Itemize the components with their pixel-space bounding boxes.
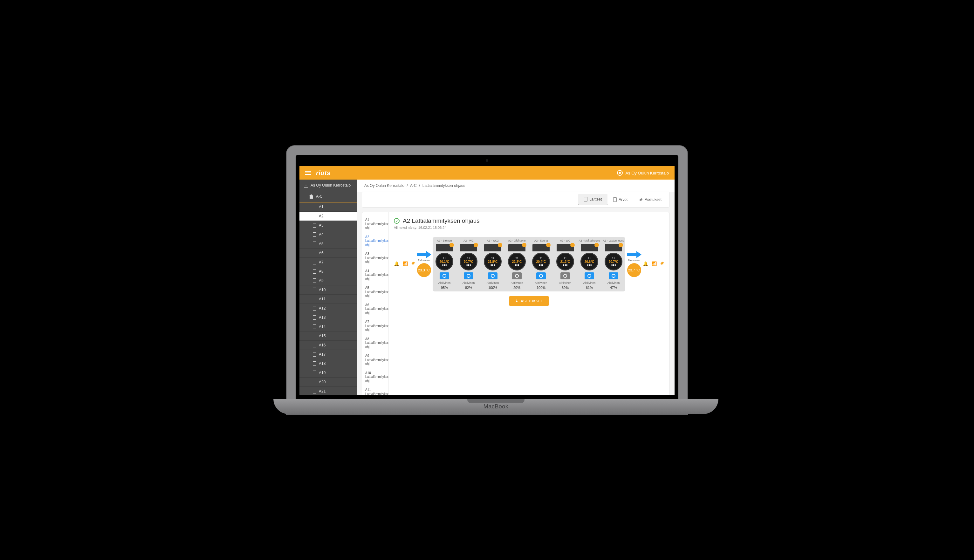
zone-percent: 95% [441,286,448,290]
sidebar-item-label: A4 [319,232,324,237]
sidebar-item[interactable]: A8 [299,267,357,276]
zone[interactable]: A2 - Sauna2120.4°C▮▮▮Aktiivinen100% [529,239,553,290]
user-menu[interactable]: As Oy Oulun Kerrostalo [617,170,669,176]
zone-valve-icon [440,272,449,279]
status-ok-icon: ✓ [394,218,400,224]
tab[interactable]: Arvot [607,194,633,205]
settings-button[interactable]: ASETUKSET [509,296,549,306]
zone-gauge[interactable]: 2120.7°C▮▮▮ [460,253,477,270]
sidebar-item[interactable]: A21 [299,387,357,395]
zone-setpoint: 21 [467,257,470,260]
macbook-label: MacBook [484,403,509,410]
sidebar-item-label: A2 [319,214,324,218]
sidebar-item[interactable]: A13 [299,313,357,322]
crumb-0[interactable]: As Oy Oulun Kerrostalo [364,183,404,188]
zone-device-icon [484,244,501,252]
zone[interactable]: A2 - WC2121.2°C▮▮▮Aktiivinen39% [554,239,577,290]
document-icon [313,278,316,283]
laptop-frame: riots As Oy Oulun Kerrostalo As Oy Oulun… [287,146,687,414]
bell-icon[interactable]: 🔔 [643,261,648,266]
sublist-item[interactable]: A11 Lattialämmityksen ohj. [362,385,389,395]
sidebar-item-label: A1 [319,205,324,209]
sidebar-item[interactable]: A6 [299,248,357,258]
zone-name: A2 - Makuuhuone [579,239,600,242]
sublist-item[interactable]: A7 Lattialämmityksen ohj. [362,318,389,335]
sidebar-item[interactable]: A7 [299,258,357,267]
camera-dot [486,159,488,162]
sidebar-item[interactable]: A19 [299,368,357,378]
return-label: Paluuvesi [418,259,430,262]
sidebar-item[interactable]: A9 [299,276,357,285]
sublist-item[interactable]: A4 Lattialämmityksen ohj. [362,267,389,284]
crumb-1[interactable]: A-C [410,183,417,188]
menu-icon[interactable] [305,171,311,175]
sublist-item[interactable]: A10 Lattialämmityksen ohj. [362,369,389,386]
gear-icon[interactable] [660,261,664,266]
zone-valve-icon [512,272,522,279]
tab[interactable]: Laitteet [578,194,607,205]
zone-gauge[interactable]: 2120.7°C▮▮▮ [605,253,622,270]
sidebar-item[interactable]: A10 [299,285,357,295]
zone-device-icon [557,244,574,252]
zone[interactable]: A2 - WC2120.7°C▮▮▮Aktiivinen82% [457,239,480,290]
zone-gauge[interactable]: 2120.1°C▮▮▮ [435,253,453,270]
detail-card: A1 Lattialämmityksen ohj.A2 Lattialämmit… [362,212,669,395]
zone[interactable]: A2 - Olohuone2122.2°C▮▮▮Aktiivinen20% [505,239,529,290]
sidebar-home-label: A-C [316,194,323,198]
zone[interactable]: A2 - Makuuhuone2120.6°C▮▮▮Aktiivinen61% [578,239,601,290]
arrow-right-icon [627,252,642,257]
zone-status: Aktiivinen [462,281,475,285]
sidebar-item[interactable]: A3 [299,221,357,230]
sidebar-item-label: A11 [319,297,325,301]
zone-device-icon [436,244,453,252]
gear-icon[interactable] [411,261,415,266]
brand-logo[interactable]: riots [316,169,330,177]
sidebar-item[interactable]: A15 [299,332,357,341]
bars-icon: ▮▮▮ [563,264,568,267]
zone-gauge[interactable]: 2121.2°C▮▮▮ [556,253,574,270]
sidebar-item[interactable]: A11 [299,295,357,304]
sublist-item[interactable]: A9 Lattialämmityksen ohj. [362,352,389,369]
zone[interactable]: A2 - Eteinen2120.1°C▮▮▮Aktiivinen95% [433,239,456,290]
sidebar-item[interactable]: A4 [299,230,357,239]
sublist-item[interactable]: A6 Lattialämmityksen ohj. [362,301,389,318]
bars-icon: ▮▮▮ [466,264,471,267]
zone-name: A2 - Sauna [534,239,548,242]
bell-icon[interactable]: 🔔 [394,261,399,266]
sidebar-home[interactable]: A-C [299,191,357,202]
chart-icon[interactable]: 📶 [402,261,408,266]
sidebar-item[interactable]: A16 [299,341,357,350]
tab[interactable]: Asetukset [633,194,667,205]
sublist-item[interactable]: A3 Lattialämmityksen ohj. [362,250,389,267]
sublist-item[interactable]: A5 Lattialämmityksen ohj. [362,283,389,301]
chart-icon[interactable]: 📶 [651,261,657,266]
zone-temp: 21.2°C [560,260,570,263]
laptop-base: MacBook [274,399,719,414]
sublist-item[interactable]: A2 Lattialämmityksen ohj. [362,233,389,250]
sublist-item[interactable]: A8 Lattialämmityksen ohj. [362,335,389,352]
supply-label: Menovesi [628,259,640,262]
document-icon [584,197,587,202]
document-icon [313,371,316,375]
sidebar-item-label: A16 [319,343,325,347]
zone-gauge[interactable]: 2120.6°C▮▮▮ [580,253,598,270]
settings-button-label: ASETUKSET [521,299,543,303]
zone[interactable]: A2 - WC22121.8°C▮▮▮Aktiivinen100% [481,239,504,290]
zone-gauge[interactable]: 2121.8°C▮▮▮ [484,253,502,270]
zone-gauge[interactable]: 2122.2°C▮▮▮ [508,253,526,270]
sidebar-item[interactable]: A2 [299,212,357,221]
last-seen: Viimeksi nähty: 16.02.21 15:06:24 [394,226,664,230]
sidebar-item[interactable]: A12 [299,304,357,313]
document-icon [313,232,316,237]
zone[interactable]: A2 - Lastenhuone2120.7°C▮▮▮Aktiivinen47% [602,239,625,290]
sidebar-item[interactable]: A20 [299,378,357,387]
sidebar-item[interactable]: A17 [299,350,357,359]
zone-setpoint: 21 [612,257,615,260]
sidebar-item[interactable]: A1 [299,202,357,212]
sidebar-header[interactable]: As Oy Oulun Kerrostalo [299,180,357,191]
sublist-item[interactable]: A1 Lattialämmityksen ohj. [362,215,389,233]
sidebar-item[interactable]: A14 [299,322,357,332]
sidebar-item[interactable]: A18 [299,359,357,368]
sidebar-item[interactable]: A5 [299,239,357,248]
zone-gauge[interactable]: 2120.4°C▮▮▮ [532,253,550,270]
